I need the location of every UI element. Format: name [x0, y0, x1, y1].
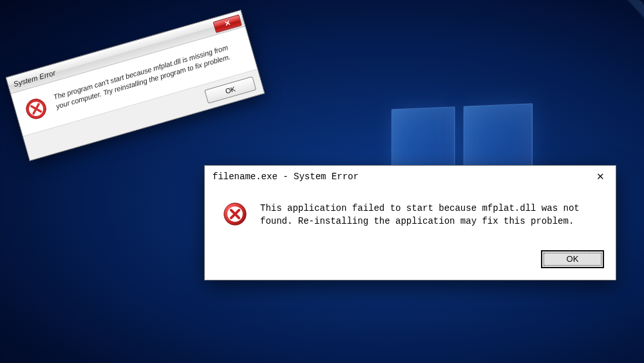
- dialog-title: filename.exe - System Error: [213, 172, 359, 182]
- dialog-body: This application failed to start because…: [205, 188, 616, 244]
- close-icon: ✕: [223, 19, 231, 28]
- error-dialog-win7: System Error ✕ The program can't start b…: [6, 10, 265, 161]
- close-button[interactable]: ✕: [586, 167, 614, 186]
- ok-button-label: OK: [567, 254, 579, 264]
- error-message: This application failed to start because…: [260, 202, 600, 228]
- dialog-footer: OK: [205, 244, 616, 280]
- close-icon: ✕: [596, 171, 605, 182]
- titlebar[interactable]: filename.exe - System Error ✕: [205, 166, 616, 188]
- error-icon: [23, 95, 50, 123]
- ok-button-label: OK: [224, 85, 236, 95]
- ok-button[interactable]: OK: [541, 250, 604, 268]
- error-dialog-win10: filename.exe - System Error ✕ This: [204, 165, 616, 280]
- error-icon: [223, 202, 247, 226]
